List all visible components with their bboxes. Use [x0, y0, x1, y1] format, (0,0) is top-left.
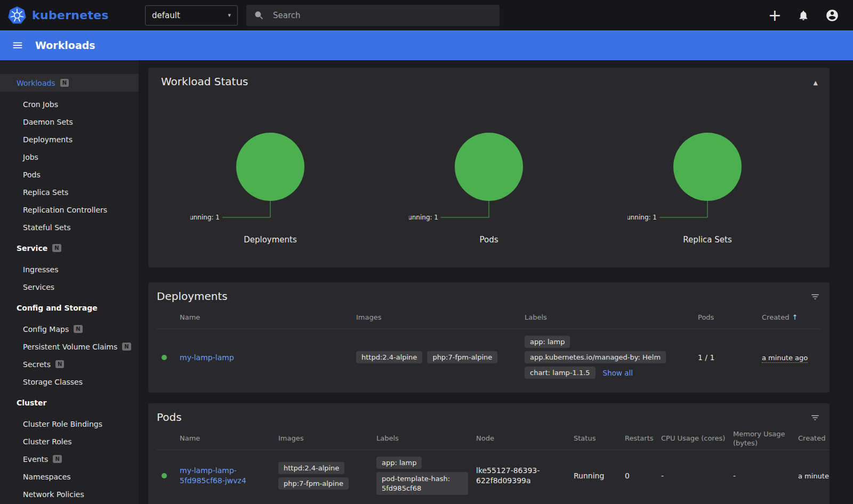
- annotation-line: [222, 201, 270, 217]
- sidebar-item-label: Cluster Roles: [23, 437, 72, 446]
- account-button[interactable]: [825, 9, 839, 22]
- status-running-dot: [162, 473, 167, 478]
- column-header-created[interactable]: Created↑: [798, 434, 830, 443]
- brand[interactable]: kubernetes: [0, 6, 138, 25]
- column-header-node: Node: [476, 434, 574, 443]
- sidebar-section-label: Cluster: [17, 399, 46, 407]
- running-slice: [236, 133, 304, 201]
- image-chip: httpd:2.4-alpine: [356, 351, 422, 363]
- sidebar-item-label: Replica Sets: [23, 188, 68, 197]
- sidebar-item-network-policies[interactable]: Network Policies: [0, 485, 139, 503]
- sidebar-item-label: Persistent Volume Claims: [23, 343, 117, 351]
- card-title: Workload Status: [161, 75, 817, 88]
- workload-status-charts: Running: 1 Deployments Running: 1 Pods: [161, 119, 817, 245]
- sidebar-item-pods[interactable]: Pods: [0, 166, 139, 183]
- top-app-bar: kubernetes default ▾ +: [0, 0, 853, 30]
- status-running-dot: [162, 355, 167, 360]
- new-badge: N: [52, 244, 61, 252]
- filter-button[interactable]: [810, 413, 820, 425]
- sidebar-item-events[interactable]: EventsN: [0, 450, 139, 468]
- sidebar-item-config-maps[interactable]: Config MapsN: [0, 320, 139, 338]
- sidebar-item-jobs[interactable]: Jobs: [0, 148, 139, 166]
- menu-button[interactable]: [12, 39, 23, 51]
- sidebar-item-label: Ingresses: [23, 265, 58, 274]
- sidebar-item-label: Jobs: [23, 153, 38, 161]
- sidebar-section-service[interactable]: ServiceN: [0, 239, 139, 257]
- sidebar-item-persistent-volume-claims[interactable]: Persistent Volume ClaimsN: [0, 338, 139, 355]
- sidebar-item-services[interactable]: Services: [0, 278, 139, 296]
- chart-name: Replica Sets: [683, 235, 732, 245]
- sidebar-item-stateful-sets[interactable]: Stateful Sets: [0, 218, 139, 236]
- filter-icon: [810, 292, 820, 302]
- label-chip: pod-template-hash: 5fd985cf68: [376, 472, 468, 495]
- sidebar-item-ingresses[interactable]: Ingresses: [0, 261, 139, 278]
- sidebar-item-label: Services: [23, 283, 54, 291]
- show-all-labels-link[interactable]: Show all: [603, 369, 633, 377]
- sidebar-section-label: Service: [17, 244, 47, 253]
- sidebar-section-label: Config and Storage: [17, 304, 98, 312]
- image-chip: php:7-fpm-alpine: [427, 351, 497, 363]
- sidebar-item-daemon-sets[interactable]: Daemon Sets: [0, 113, 139, 131]
- annotation-label: Running: 1: [409, 214, 438, 221]
- sidebar-item-cron-jobs[interactable]: Cron Jobs: [0, 95, 139, 113]
- sidebar-item-storage-classes[interactable]: Storage Classes: [0, 373, 139, 391]
- annotation-line: [441, 201, 489, 217]
- sidebar-item-cluster-role-bindings[interactable]: Cluster Role Bindings: [0, 415, 139, 433]
- sidebar-item-cluster-roles[interactable]: Cluster Roles: [0, 433, 139, 450]
- chevron-down-icon: ▾: [228, 12, 231, 19]
- cell-images: httpd:2.4-alpine php:7-fpm-alpine: [356, 351, 525, 363]
- created-value: a minute ago: [762, 354, 808, 363]
- account-icon: [825, 9, 839, 22]
- pods-table-header: Name Images Labels Node Status Restarts …: [157, 428, 830, 450]
- deployment-row[interactable]: my-lamp-lamp httpd:2.4-alpine php:7-fpm-…: [157, 329, 821, 386]
- deployment-name-link[interactable]: my-lamp-lamp: [180, 353, 234, 362]
- cell-created: a minute ago: [798, 472, 830, 480]
- sidebar-item-deployments[interactable]: Deployments: [0, 131, 139, 148]
- sidebar-section-cluster[interactable]: Cluster: [0, 394, 139, 411]
- new-badge: N: [60, 79, 69, 87]
- sidebar-item-label: Daemon Sets: [23, 118, 73, 126]
- search-input[interactable]: [273, 11, 492, 20]
- column-header-name: Name: [180, 313, 356, 322]
- pod-name-link[interactable]: my-lamp-lamp-5fd985cf68-jwvz4: [180, 466, 246, 485]
- column-header-created[interactable]: Created↑: [762, 313, 821, 322]
- sidebar-item-replica-sets[interactable]: Replica Sets: [0, 183, 139, 201]
- sidebar-section-config-and-storage[interactable]: Config and Storage: [0, 299, 139, 316]
- filter-icon: [810, 413, 820, 422]
- sidebar-item-label: Stateful Sets: [23, 223, 70, 232]
- brand-name: kubernetes: [32, 9, 109, 22]
- cell-name: my-lamp-lamp-5fd985cf68-jwvz4: [180, 466, 278, 486]
- filter-button[interactable]: [810, 292, 820, 304]
- sidebar-item-label: Deployments: [23, 135, 73, 144]
- column-header-name: Name: [180, 434, 278, 443]
- collapse-card-button[interactable]: ▲: [814, 79, 818, 86]
- pie-chart-svg: Running: 1: [627, 119, 787, 229]
- sidebar-item-label: Pods: [23, 170, 41, 179]
- running-slice: [455, 133, 523, 201]
- cell-images: httpd:2.4-alpine php:7-fpm-alpine: [278, 462, 376, 490]
- created-value: a minute ago: [798, 472, 830, 480]
- namespace-selector[interactable]: default ▾: [145, 5, 238, 26]
- sidebar-item-workloads[interactable]: WorkloadsN: [0, 74, 139, 92]
- sidebar-item-namespaces[interactable]: Namespaces: [0, 468, 139, 485]
- column-header-status: Status: [574, 434, 625, 443]
- label-chip: chart: lamp-1.1.5: [525, 367, 596, 379]
- notifications-button[interactable]: [798, 10, 809, 21]
- pie-chart-replica-sets: Running: 1 Replica Sets: [598, 119, 817, 245]
- cell-labels: app: lamp app.kubernetes.io/managed-by: …: [525, 336, 698, 379]
- label-chip: app: lamp: [525, 336, 570, 348]
- add-resource-button[interactable]: +: [768, 7, 782, 23]
- sidebar-item-replication-controllers[interactable]: Replication Controllers: [0, 201, 139, 218]
- pie-chart-svg: Running: 1: [409, 119, 569, 229]
- search-bar[interactable]: [246, 5, 500, 26]
- kubernetes-logo-icon: [7, 6, 27, 25]
- column-header-pods: Pods: [698, 313, 762, 322]
- sidebar-nav: WorkloadsN Cron Jobs Daemon Sets Deploym…: [0, 60, 139, 504]
- pod-row[interactable]: my-lamp-lamp-5fd985cf68-jwvz4 httpd:2.4-…: [157, 450, 830, 502]
- cell-pods: 1 / 1: [698, 353, 762, 362]
- sidebar-item-label: Storage Classes: [23, 378, 83, 386]
- label-chip: app: lamp: [376, 457, 422, 469]
- sidebar-item-label: Events: [23, 455, 48, 464]
- sidebar-item-secrets[interactable]: SecretsN: [0, 355, 139, 373]
- sidebar-item-label: Secrets: [23, 360, 51, 369]
